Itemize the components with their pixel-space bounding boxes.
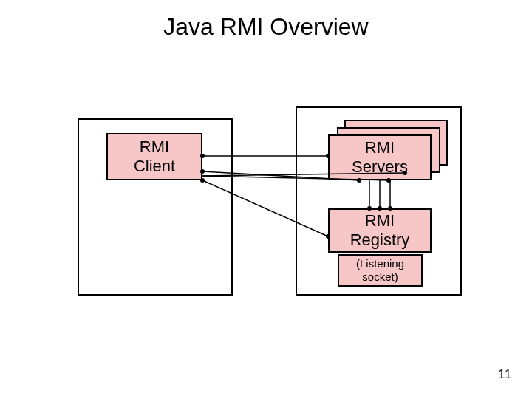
rmi-servers-label-2: Servers [330,157,430,177]
rmi-servers-label-1: RMI [330,138,430,157]
listening-socket-box: (Listening socket) [338,254,423,287]
rmi-registry-box: RMI Registry [328,208,432,253]
rmi-client-label-1: RMI [108,137,201,157]
listening-socket-label-2: socket) [339,270,421,284]
rmi-servers-box: RMI Servers [328,134,432,180]
slide-title: Java RMI Overview [0,13,532,41]
rmi-client-label-2: Client [108,157,201,176]
listening-socket-label-1: (Listening [339,257,421,270]
rmi-registry-label-1: RMI [330,211,430,231]
page-number: 11 [498,368,511,381]
rmi-client-box: RMI Client [106,133,202,180]
rmi-registry-label-2: Registry [330,231,430,250]
